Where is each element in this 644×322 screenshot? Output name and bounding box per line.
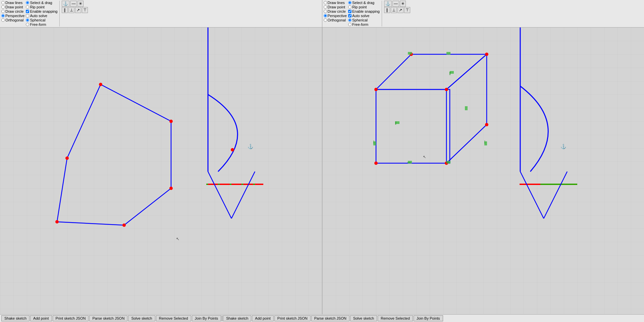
svg-point-27 bbox=[485, 123, 488, 126]
spherical-right[interactable]: Spherical bbox=[348, 18, 380, 22]
right-draw-col: Draw lines Draw point Draw circle Perspe… bbox=[324, 1, 347, 22]
right-select-col: Select & drag Rip point Enable snapping … bbox=[348, 1, 380, 26]
left-icons-col: ⚓ — ✳ ∥ ⊥ ↗ ⊤ bbox=[62, 1, 88, 13]
left-panel: Draw lines Draw point Draw circle Perspe… bbox=[0, 0, 322, 314]
svg-rect-1 bbox=[0, 27, 322, 314]
tangent-icon-right[interactable]: ⊤ bbox=[404, 7, 410, 13]
shake-sketch-btn[interactable]: Shake sketch bbox=[1, 315, 30, 321]
right-toolbar: Draw lines Draw point Draw circle Perspe… bbox=[322, 0, 644, 27]
orthogonal-left[interactable]: Orthogonal bbox=[1, 18, 24, 22]
svg-point-4 bbox=[99, 83, 102, 86]
draw-point-right[interactable]: Draw point bbox=[324, 5, 347, 9]
orthogonal-right[interactable]: Orthogonal bbox=[324, 18, 347, 22]
spherical-left[interactable]: Spherical bbox=[26, 18, 57, 22]
shake-sketch-btn-2[interactable]: Shake sketch bbox=[223, 315, 251, 321]
parse-json-btn[interactable]: Parse sketch JSON bbox=[89, 315, 127, 321]
draw-circle-right[interactable]: Draw circle bbox=[324, 9, 347, 13]
svg-point-25 bbox=[485, 53, 488, 56]
angle-icon-right[interactable]: ↗ bbox=[397, 7, 404, 13]
print-json-btn[interactable]: Print sketch JSON bbox=[53, 315, 89, 321]
right-svg: ∥ ∥ — — | | ⚓ ↖ bbox=[322, 27, 644, 314]
right-icon-row1: ⚓ — ✳ bbox=[384, 1, 410, 7]
star-icon-left[interactable]: ✳ bbox=[77, 1, 84, 7]
remove-selected-btn-2[interactable]: Remove Selected bbox=[378, 315, 413, 321]
bottom-bar: Shake sketch Add point Print sketch JSON… bbox=[0, 314, 644, 322]
svg-text:∥: ∥ bbox=[449, 71, 451, 75]
svg-text:∥: ∥ bbox=[395, 121, 396, 125]
bottom-separator bbox=[222, 315, 222, 321]
line-icon-right[interactable]: — bbox=[392, 1, 399, 7]
freeform-left[interactable]: Free-form bbox=[26, 22, 57, 26]
parallel-icon-left[interactable]: ∥ bbox=[62, 7, 68, 13]
svg-point-9 bbox=[65, 156, 69, 160]
solve-sketch-btn-2[interactable]: Solve sketch bbox=[350, 315, 377, 321]
perspective-right[interactable]: Perspective bbox=[324, 14, 347, 18]
tangent-icon-left[interactable]: ⊤ bbox=[82, 7, 88, 13]
svg-text:—: — bbox=[446, 160, 449, 164]
angle-icon-left[interactable]: ↗ bbox=[75, 7, 81, 13]
svg-point-14 bbox=[231, 148, 234, 151]
right-canvas[interactable]: ∥ ∥ — — | | ⚓ ↖ bbox=[322, 27, 644, 314]
rip-point-left[interactable]: Rip point bbox=[26, 5, 57, 9]
svg-text:⚓: ⚓ bbox=[560, 144, 567, 149]
left-toolbar: Draw lines Draw point Draw circle Perspe… bbox=[0, 0, 322, 27]
perp-icon-left[interactable]: ⊥ bbox=[68, 7, 74, 13]
print-json-btn-2[interactable]: Print sketch JSON bbox=[274, 315, 311, 321]
left-select-col: Select & drag Rip point Enable snapping … bbox=[26, 1, 57, 26]
perp-icon-right[interactable]: ⊥ bbox=[391, 7, 397, 13]
freeform-right[interactable]: Free-form bbox=[348, 22, 380, 26]
enable-snapping-right[interactable]: Enable snapping bbox=[348, 9, 380, 13]
remove-selected-btn[interactable]: Remove Selected bbox=[156, 315, 191, 321]
toolbar-divider-left bbox=[59, 1, 60, 26]
left-icon-row2: ∥ ⊥ ↗ ⊤ bbox=[62, 7, 88, 13]
draw-lines-right[interactable]: Draw lines bbox=[324, 1, 347, 5]
svg-text:↖: ↖ bbox=[176, 237, 179, 241]
left-canvas[interactable]: ⚓ ↖ bbox=[0, 27, 322, 314]
svg-point-7 bbox=[122, 223, 126, 227]
draw-circle-left[interactable]: Draw circle bbox=[1, 9, 24, 13]
svg-point-26 bbox=[445, 88, 448, 91]
svg-text:|: | bbox=[484, 140, 485, 144]
draw-point-left[interactable]: Draw point bbox=[1, 5, 24, 9]
enable-snapping-left[interactable]: Enable snapping bbox=[26, 9, 57, 13]
right-icons-col: ⚓ — ✳ ∥ ⊥ ↗ ⊤ bbox=[384, 1, 410, 13]
join-by-points-btn-2[interactable]: Join By Points bbox=[414, 315, 443, 321]
parse-json-btn-2[interactable]: Parse sketch JSON bbox=[311, 315, 350, 321]
auto-solve-right[interactable]: Auto solve bbox=[348, 14, 380, 18]
solve-sketch-btn[interactable]: Solve sketch bbox=[128, 315, 155, 321]
svg-rect-30 bbox=[408, 52, 412, 55]
svg-point-29 bbox=[374, 162, 378, 165]
svg-point-6 bbox=[169, 187, 173, 190]
parallel-icon-right[interactable]: ∥ bbox=[384, 7, 390, 13]
select-drag-left[interactable]: Select & drag bbox=[26, 1, 57, 5]
left-draw-col: Draw lines Draw point Draw circle Perspe… bbox=[1, 1, 24, 22]
svg-point-8 bbox=[55, 220, 59, 223]
add-point-btn[interactable]: Add point bbox=[30, 315, 52, 321]
left-svg: ⚓ ↖ bbox=[0, 27, 322, 314]
line-icon-left[interactable]: — bbox=[70, 1, 77, 7]
anchor-icon-right[interactable]: ⚓ bbox=[384, 1, 392, 7]
select-drag-right[interactable]: Select & drag bbox=[348, 1, 380, 5]
main-area: Draw lines Draw point Draw circle Perspe… bbox=[0, 0, 644, 314]
auto-solve-left[interactable]: Auto solve bbox=[26, 14, 57, 18]
svg-text:↖: ↖ bbox=[423, 155, 426, 159]
svg-text:⚓: ⚓ bbox=[248, 144, 254, 149]
svg-rect-18 bbox=[322, 27, 644, 314]
anchor-icon-left[interactable]: ⚓ bbox=[62, 1, 69, 7]
draw-lines-left[interactable]: Draw lines bbox=[1, 1, 24, 5]
right-panel: Draw lines Draw point Draw circle Perspe… bbox=[322, 0, 644, 314]
perspective-left[interactable]: Perspective bbox=[1, 14, 24, 18]
svg-point-5 bbox=[169, 120, 173, 123]
svg-text:—: — bbox=[407, 160, 411, 164]
right-icon-row2: ∥ ⊥ ↗ ⊤ bbox=[384, 7, 410, 13]
toolbar-divider-right bbox=[382, 1, 382, 26]
add-point-btn-2[interactable]: Add point bbox=[252, 315, 273, 321]
star-icon-right[interactable]: ✳ bbox=[400, 1, 406, 7]
svg-rect-38 bbox=[465, 106, 468, 110]
svg-rect-31 bbox=[446, 52, 450, 55]
svg-point-23 bbox=[374, 88, 378, 91]
rip-point-right[interactable]: Rip point bbox=[348, 5, 380, 9]
left-icon-row1: ⚓ — ✳ bbox=[62, 1, 88, 7]
join-by-points-btn[interactable]: Join By Points bbox=[192, 315, 221, 321]
svg-text:|: | bbox=[373, 140, 374, 144]
